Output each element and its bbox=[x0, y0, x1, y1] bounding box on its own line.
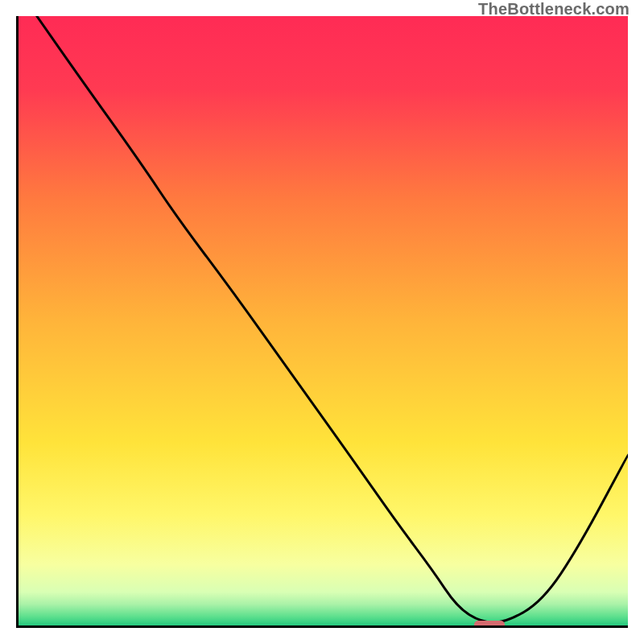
chart-container: TheBottleneck.com bbox=[0, 0, 644, 644]
bottleneck-curve bbox=[37, 16, 628, 622]
watermark-text: TheBottleneck.com bbox=[478, 0, 630, 19]
plot-area bbox=[16, 16, 628, 628]
target-indicator bbox=[474, 621, 505, 628]
curve-layer bbox=[19, 16, 628, 625]
